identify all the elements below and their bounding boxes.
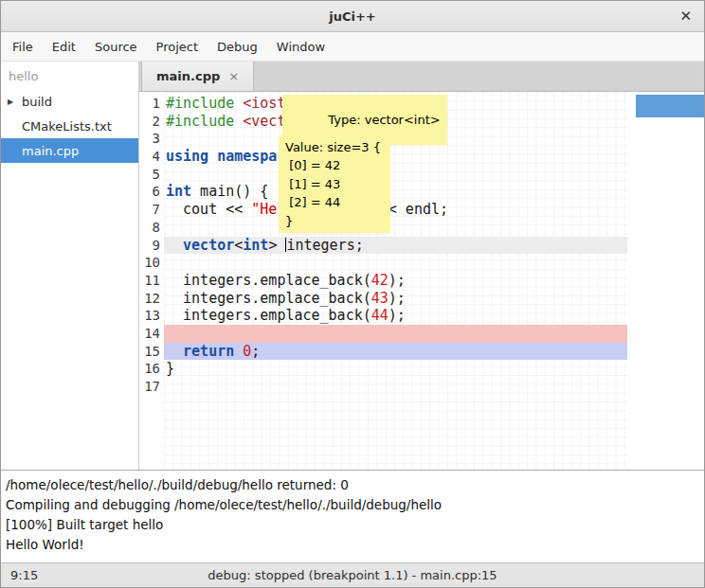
line-number: 2: [139, 113, 164, 131]
app-window: juCi++ ✕ FileEditSourceProjectDebugWindo…: [0, 0, 705, 588]
line-number: 17: [139, 378, 164, 396]
line-number: 11: [139, 272, 164, 290]
line-number: 1: [139, 95, 164, 113]
line-number: 10: [139, 254, 164, 272]
code-line-10[interactable]: [164, 254, 627, 272]
window-close-icon[interactable]: ✕: [679, 8, 692, 25]
line-number: 13: [139, 307, 164, 325]
code-token: int: [166, 183, 191, 200]
tab-label: main.cpp: [156, 69, 220, 83]
code-line-9[interactable]: vector<int> integers;: [164, 237, 627, 255]
line-number: 12: [139, 290, 164, 308]
code-token: [166, 237, 183, 254]
menu-item-window[interactable]: Window: [267, 35, 334, 59]
debug-value-tooltip: Value: size=3 { [0] = 42 [1] = 43 [2] = …: [279, 135, 390, 233]
code-line-17[interactable]: [164, 378, 627, 396]
line-number: 3: [139, 130, 164, 148]
editor[interactable]: 1234567891011121314151617 #include <iost…: [139, 92, 704, 470]
menu-item-source[interactable]: Source: [85, 35, 147, 59]
code-token: #include: [166, 113, 234, 130]
code-token: cout <<: [166, 201, 251, 218]
line-number: 9: [139, 237, 164, 255]
code-token: 0: [243, 343, 251, 360]
code-line-6[interactable]: int main() {: [164, 183, 627, 201]
status-bar: debug: stopped (breakpoint 1.1) - main.c…: [1, 562, 704, 587]
menu-item-edit[interactable]: Edit: [43, 35, 85, 59]
minimap[interactable]: [627, 92, 704, 470]
code-token: integers.emplace_back(: [166, 272, 371, 289]
code-line-4[interactable]: using namespace std;: [164, 148, 627, 166]
tab-main-cpp[interactable]: main.cpp×: [141, 62, 254, 91]
debug-value-line: Value: size=3 {: [285, 138, 384, 156]
code-line-16[interactable]: }: [164, 360, 627, 378]
file-tree-item-label: build: [22, 95, 52, 109]
line-number: 8: [139, 219, 164, 237]
code-token: }: [166, 360, 174, 377]
code-token: );: [389, 290, 406, 307]
editor-pane: main.cpp× 1234567891011121314151617 #inc…: [139, 62, 704, 470]
code-line-15[interactable]: return 0;: [164, 343, 627, 361]
code-token: 44: [371, 307, 389, 324]
terminal-output[interactable]: /home/olece/test/hello/./build/debug/hel…: [1, 470, 704, 562]
tab-bar: main.cpp×: [139, 62, 704, 92]
line-number: 7: [139, 201, 164, 219]
line-number: 14: [139, 325, 164, 343]
menu-bar: FileEditSourceProjectDebugWindow: [1, 32, 704, 62]
menu-item-debug[interactable]: Debug: [208, 35, 267, 59]
window-title: juCi++: [329, 9, 376, 24]
file-tree-item-label: main.cpp: [22, 144, 79, 158]
terminal-line: [100%] Built target hello: [6, 515, 699, 535]
line-number: 15: [139, 343, 164, 361]
debug-value-line: }: [285, 212, 384, 230]
debug-status: debug: stopped (breakpoint 1.1) - main.c…: [1, 568, 704, 582]
file-tree-item-main-cpp[interactable]: main.cpp: [1, 138, 138, 163]
code-token: >: [268, 237, 285, 254]
code-token: 42: [371, 272, 389, 289]
code-token: [234, 343, 243, 360]
file-tree-item-label: CMakeLists.txt: [22, 119, 112, 134]
debug-value-line: [1] = 43: [285, 175, 384, 193]
code-token: return: [183, 343, 234, 360]
code-token: int: [243, 237, 268, 254]
code-token: <: [234, 237, 243, 254]
line-number: 4: [139, 148, 164, 166]
code-token: integers.emplace_back(: [166, 307, 371, 324]
menu-item-file[interactable]: File: [3, 35, 43, 59]
tab-close-icon[interactable]: ×: [228, 69, 239, 83]
terminal-line: Hello World!: [6, 535, 699, 555]
file-tree-item-cmakelists-txt[interactable]: CMakeLists.txt: [1, 114, 138, 138]
code-line-5[interactable]: [164, 166, 627, 184]
debug-type-text: Type: vector<int>: [328, 113, 440, 127]
code-token: [234, 95, 243, 112]
file-tree-panel: hello ▶buildCMakeLists.txtmain.cpp: [1, 62, 139, 470]
file-tree-item-build[interactable]: ▶build: [1, 89, 138, 114]
terminal-line: /home/olece/test/hello/./build/debug/hel…: [6, 475, 699, 495]
code-line-12[interactable]: integers.emplace_back(43);: [164, 290, 627, 308]
code-token: [166, 343, 183, 360]
code-token: vector: [183, 237, 234, 254]
terminal-line: Compiling and debugging /home/olece/test…: [6, 495, 699, 515]
code-token: 43: [371, 290, 389, 307]
minimap-thumb[interactable]: [636, 95, 704, 117]
line-number: 16: [139, 360, 164, 378]
code-line-11[interactable]: integers.emplace_back(42);: [164, 272, 627, 290]
project-root-label[interactable]: hello: [1, 62, 138, 89]
debug-value-line: [0] = 42: [285, 156, 384, 174]
code-area[interactable]: #include <iostream>#include <vector>usin…: [164, 92, 627, 470]
code-token: main() {: [191, 183, 268, 200]
menu-item-project[interactable]: Project: [147, 35, 208, 59]
code-token: #include: [166, 95, 234, 112]
line-number: 5: [139, 166, 164, 184]
code-token: ;: [251, 343, 260, 360]
code-token: );: [389, 272, 406, 289]
expander-icon[interactable]: ▶: [8, 98, 13, 106]
code-token: using: [166, 148, 208, 165]
title-bar[interactable]: juCi++ ✕: [1, 1, 704, 32]
code-line-8[interactable]: [164, 219, 627, 237]
code-line-14[interactable]: [164, 325, 627, 343]
cursor-position: 9:15: [10, 568, 38, 582]
code-token: [234, 113, 243, 130]
code-token: integers;: [286, 237, 363, 254]
code-line-13[interactable]: integers.emplace_back(44);: [164, 307, 627, 325]
code-line-7[interactable]: cout << "Hello World!" << endl;: [164, 201, 627, 219]
